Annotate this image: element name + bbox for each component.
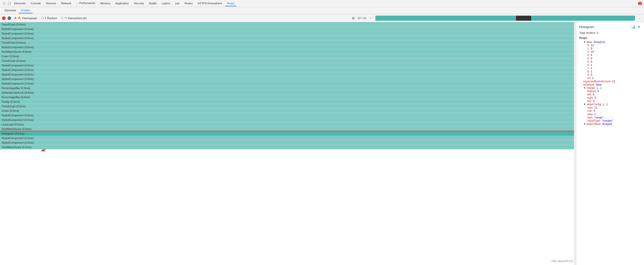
prop-line: min: 0 xyxy=(579,109,641,112)
nav-next-arrow[interactable]: → xyxy=(637,16,642,20)
prop-value: 0 xyxy=(594,109,595,112)
flamegraph-area[interactable]: 😮 TrendChart (0.6ms)StyledComponent (0.6… xyxy=(0,22,574,265)
flame-row[interactable]: StyledComponent (0.6ms) xyxy=(0,31,574,36)
props-container: ▼data: Array[11]0: 121: 92: 143: 44: 05:… xyxy=(579,40,641,125)
flame-row[interactable]: Cover (0.6ms) xyxy=(0,54,574,59)
tab-redux[interactable]: Redux xyxy=(183,1,195,6)
right-panel-header: Histogram 📊 ✕ xyxy=(579,24,641,29)
inspect-icon[interactable]: ⬡ xyxy=(2,2,6,6)
flame-row[interactable]: OptionalLabelLink (0.6ms) xyxy=(0,90,574,95)
flame-row[interactable]: StyledComponent (0.6ms) xyxy=(0,77,574,81)
prop-toggle[interactable]: ▼ xyxy=(583,40,586,43)
prop-toggle[interactable]: ▼ xyxy=(583,86,586,89)
main-content: 😮 TrendChart (0.6ms)StyledComponent (0.6… xyxy=(0,22,644,265)
flame-row[interactable]: StyledComponent (0.5ms) xyxy=(0,118,574,122)
flame-row[interactable]: StyledComponent (0.6ms) xyxy=(0,45,574,49)
tab-react[interactable]: React xyxy=(225,1,237,6)
panel-tab-elements[interactable]: Elements xyxy=(2,8,19,13)
prop-value: 12 xyxy=(591,44,594,47)
prop-line: right: 5 xyxy=(579,96,641,99)
tab-network[interactable]: Network xyxy=(59,1,73,6)
prop-key: 3: xyxy=(587,54,590,57)
prop-line: 4: 0 xyxy=(579,57,641,60)
tab-audits[interactable]: Audits xyxy=(147,1,159,6)
flame-row[interactable]: StyledComponent (0.6ms) xyxy=(0,36,574,40)
profiler-toolbar: 🔥 Flamegraph ≡ Ranked 〜 Interactions (0)… xyxy=(0,14,644,22)
prop-key: 6: xyxy=(587,63,590,66)
tab-https-everywhere[interactable]: HTTPS Everywhere xyxy=(196,1,224,6)
tab-console[interactable]: Console xyxy=(29,1,43,6)
prop-key: isDefault: xyxy=(583,83,595,86)
prop-toggle[interactable]: ▼ xyxy=(583,122,586,125)
timeline-bar[interactable] xyxy=(375,16,635,21)
tab-memory[interactable]: Memory xyxy=(98,1,112,6)
prop-value: 0 xyxy=(591,57,592,60)
prop-value: 5 xyxy=(594,96,596,99)
flame-row[interactable]: StyledComponent (0.5ms) xyxy=(0,140,574,145)
ranked-option[interactable]: ≡ Ranked xyxy=(40,16,58,20)
flame-row[interactable]: TrendChart (0.6ms) xyxy=(0,40,574,45)
flamegraph-radio[interactable] xyxy=(14,17,17,19)
prop-line: type: "range" xyxy=(579,116,641,119)
prop-value: 0 xyxy=(591,73,592,76)
flame-row[interactable]: StyledComponent (0.5ms) xyxy=(0,113,574,118)
prop-key: 1: xyxy=(587,47,590,50)
flame-row[interactable]: StyledComponent (0.5ms) xyxy=(0,136,574,140)
flame-row[interactable]: Cover (0.5ms) xyxy=(0,109,574,113)
flame-row[interactable]: StyledComponent (0.6ms) xyxy=(0,68,574,72)
flame-row[interactable]: TrendChart (0.6ms) xyxy=(0,59,574,63)
settings-button[interactable]: ⚙ xyxy=(351,16,356,20)
prop-line[interactable]: ▼data: Array[11] xyxy=(579,40,641,43)
prop-value: "number" xyxy=(602,119,613,122)
flame-row[interactable]: TextMatchScore (0.5ms) xyxy=(0,127,574,131)
prop-value: 0 xyxy=(591,60,592,63)
prop-key: 0: xyxy=(587,44,590,47)
prop-line: 8: 1 xyxy=(579,70,641,73)
panel-tabs: Elements Profiler xyxy=(0,7,644,14)
ranked-radio[interactable] xyxy=(41,17,44,19)
flame-row[interactable]: StyledComponent (0.6ms) xyxy=(0,63,574,68)
prop-value: 0 xyxy=(598,90,599,93)
tab-security[interactable]: Security xyxy=(132,1,146,6)
prop-line[interactable]: ▼margin: {…} xyxy=(579,86,641,89)
record-button[interactable] xyxy=(2,16,6,20)
interactions-option[interactable]: 〜 Interactions (0) xyxy=(60,16,87,20)
reload-record-button[interactable] xyxy=(8,16,11,20)
tab-sources[interactable]: Sources xyxy=(44,1,58,6)
flame-row[interactable]: TextMatchScore (0.6ms) xyxy=(0,49,574,54)
flame-row[interactable]: StyledComponent (0.6ms) xyxy=(0,72,574,77)
prop-toggle[interactable]: ▼ xyxy=(583,103,586,106)
device-icon[interactable]: ⬜ xyxy=(7,2,11,6)
flame-row[interactable]: TextMatchScore (0.5ms) xyxy=(0,145,574,149)
prop-key: left: xyxy=(587,93,592,96)
panel-tab-profiler[interactable]: Profiler xyxy=(19,8,33,13)
tab-application[interactable]: Application xyxy=(113,1,131,6)
flame-row[interactable]: LazyLoad (0.5ms) xyxy=(0,122,574,127)
tab-axe[interactable]: axe xyxy=(173,1,182,6)
close-panel-icon[interactable]: ✕ xyxy=(637,24,641,29)
flame-row[interactable]: StyledComponent (0.6ms) xyxy=(0,81,574,86)
ranked-icon: ≡ xyxy=(45,17,46,20)
tab-elements[interactable]: Elements xyxy=(12,1,28,6)
prop-line: valueType: "number" xyxy=(579,119,641,122)
prop-line[interactable]: ▼sliderOffset: Array[2] xyxy=(579,122,641,125)
flame-row[interactable]: Tooltip (0.6ms) xyxy=(0,99,574,104)
flame-row[interactable]: Histogram (0.5ms) xyxy=(0,131,574,136)
flame-row[interactable]: TrendChart (0.6ms) xyxy=(0,104,574,109)
flame-row[interactable]: PercentageBar (0.6ms) xyxy=(0,95,574,99)
nav-prev-arrow[interactable]: ← xyxy=(368,16,373,20)
prop-line: step: 1 xyxy=(579,113,641,116)
tab-layers[interactable]: Layers xyxy=(160,1,172,6)
panel-header-icons: 📊 ✕ xyxy=(631,24,641,29)
prop-line: max: 11 xyxy=(579,106,641,109)
interactions-radio[interactable] xyxy=(61,17,63,19)
chart-icon[interactable]: 📊 xyxy=(631,24,636,29)
prop-key: max: xyxy=(587,106,593,109)
tab-performance[interactable]: ⚠Performance xyxy=(74,1,97,6)
flame-row[interactable]: PercentageBar (0.6ms) xyxy=(0,86,574,90)
flame-row[interactable]: TrendChart (0.6ms) xyxy=(0,22,574,27)
prop-line[interactable]: ▼sliderConfig: {…} xyxy=(579,103,641,106)
flame-row[interactable]: StyledComponent (0.6ms) xyxy=(0,27,574,31)
prop-key: 7: xyxy=(587,67,590,70)
flamegraph-option[interactable]: 🔥 Flamegraph xyxy=(13,16,38,20)
